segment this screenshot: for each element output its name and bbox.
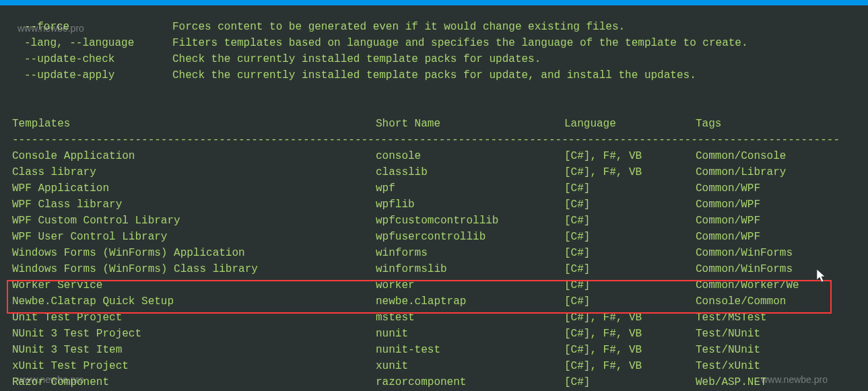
- cell-templates: NUnit 3 Test Item: [12, 342, 376, 358]
- table-row: Unit Test Projectmstest[C#], F#, VBTest/…: [12, 310, 856, 326]
- cell-lang: [C#]: [564, 197, 696, 213]
- cell-short: razorcomponent: [376, 374, 564, 390]
- table-row: Newbe.Clatrap Quick Setupnewbe.claptrap[…: [12, 293, 856, 310]
- option-description: Forces content to be generated even if i…: [172, 19, 856, 35]
- cell-lang: [C#]: [564, 277, 696, 293]
- table-row: WPF Class librarywpflib[C#]Common/WPF: [12, 197, 856, 213]
- option-description: Check the currently installed template p…: [172, 51, 856, 67]
- option-row: --update-applyCheck the currently instal…: [12, 67, 856, 83]
- option-flag: -lang, --language: [12, 35, 172, 51]
- cell-short: mstest: [376, 310, 564, 326]
- cell-lang: [C#]: [564, 245, 696, 261]
- cell-short: wpflib: [376, 197, 564, 213]
- cell-short: newbe.claptrap: [376, 293, 564, 310]
- cell-short: winforms: [376, 245, 564, 261]
- header-language: Language: [564, 116, 696, 132]
- cell-templates: Newbe.Clatrap Quick Setup: [12, 293, 376, 310]
- cell-lang: [C#], F#, VB: [564, 342, 696, 358]
- table-row: xUnit Test Projectxunit[C#], F#, VBTest/…: [12, 358, 856, 374]
- cell-templates: Windows Forms (WinForms) Application: [12, 245, 376, 261]
- cell-lang: [C#]: [564, 229, 696, 245]
- cell-tags: Common/WinForms: [696, 261, 856, 277]
- option-flag: --force: [12, 19, 172, 35]
- cell-short: nunit-test: [376, 342, 564, 358]
- table-row: Console Applicationconsole[C#], F#, VBCo…: [12, 148, 856, 164]
- cell-tags: Test/MSTest: [696, 310, 856, 326]
- cell-short: worker: [376, 277, 564, 293]
- cell-tags: Common/Worker/We: [696, 277, 856, 293]
- header-templates: Templates: [12, 116, 376, 132]
- cell-short: winformslib: [376, 261, 564, 277]
- option-flag: --update-apply: [12, 67, 172, 83]
- cell-tags: Common/WinForms: [696, 245, 856, 261]
- cell-lang: [C#]: [564, 374, 696, 390]
- table-header: Templates Short Name Language Tags: [12, 116, 856, 132]
- cell-tags: Common/WPF: [696, 213, 856, 229]
- table-row: NUnit 3 Test Projectnunit[C#], F#, VBTes…: [12, 326, 856, 342]
- separator: ----------------------------------------…: [12, 132, 856, 148]
- terminal-output: --forceForces content to be generated ev…: [0, 5, 868, 391]
- cell-templates: NUnit 3 Test Project: [12, 326, 376, 342]
- cell-short: classlib: [376, 164, 564, 180]
- table-row: Windows Forms (WinForms) Class librarywi…: [12, 261, 856, 277]
- cell-lang: [C#], F#, VB: [564, 326, 696, 342]
- options-block: --forceForces content to be generated ev…: [12, 19, 856, 83]
- template-rows: Console Applicationconsole[C#], F#, VBCo…: [12, 148, 856, 391]
- cell-templates: Console Application: [12, 148, 376, 164]
- table-row: WPF Custom Control Librarywpfcustomcontr…: [12, 213, 856, 229]
- cell-lang: [C#]: [564, 293, 696, 310]
- cell-lang: [C#]: [564, 261, 696, 277]
- cell-templates: WPF User Control Library: [12, 229, 376, 245]
- cell-templates: Unit Test Project: [12, 310, 376, 326]
- cell-templates: WPF Class library: [12, 197, 376, 213]
- option-description: Filters templates based on language and …: [172, 35, 856, 51]
- cell-lang: [C#], F#, VB: [564, 148, 696, 164]
- option-row: --forceForces content to be generated ev…: [12, 19, 856, 35]
- table-row: Class libraryclasslib[C#], F#, VBCommon/…: [12, 164, 856, 180]
- title-bar: [0, 0, 868, 5]
- option-description: Check the currently installed template p…: [172, 67, 856, 83]
- cell-short: wpfcustomcontrollib: [376, 213, 564, 229]
- cell-short: xunit: [376, 358, 564, 374]
- cell-lang: [C#], F#, VB: [564, 164, 696, 180]
- cell-templates: Windows Forms (WinForms) Class library: [12, 261, 376, 277]
- cell-templates: Class library: [12, 164, 376, 180]
- cell-lang: [C#], F#, VB: [564, 310, 696, 326]
- cell-templates: Razor Component: [12, 374, 376, 390]
- cell-short: wpfusercontrollib: [376, 229, 564, 245]
- cell-templates: WPF Application: [12, 180, 376, 197]
- cell-templates: xUnit Test Project: [12, 358, 376, 374]
- table-row: NUnit 3 Test Itemnunit-test[C#], F#, VBT…: [12, 342, 856, 358]
- cell-short: nunit: [376, 326, 564, 342]
- cell-tags: Common/Library: [696, 164, 856, 180]
- cell-lang: [C#]: [564, 213, 696, 229]
- table-row: Windows Forms (WinForms) Applicationwinf…: [12, 245, 856, 261]
- cell-tags: Test/NUnit: [696, 342, 856, 358]
- cell-short: wpf: [376, 180, 564, 197]
- table-row: Razor Componentrazorcomponent[C#]Web/ASP…: [12, 374, 856, 390]
- cell-short: console: [376, 148, 564, 164]
- cell-lang: [C#], F#, VB: [564, 358, 696, 374]
- option-row: --update-checkCheck the currently instal…: [12, 51, 856, 67]
- option-flag: --update-check: [12, 51, 172, 67]
- table-row: WPF User Control Librarywpfusercontrolli…: [12, 229, 856, 245]
- cell-templates: Worker Service: [12, 277, 376, 293]
- table-row: WPF Applicationwpf[C#]Common/WPF: [12, 180, 856, 197]
- option-row: -lang, --languageFilters templates based…: [12, 35, 856, 51]
- cell-tags: Console/Common: [696, 293, 856, 310]
- table-row: Worker Serviceworker[C#]Common/Worker/We: [12, 277, 856, 293]
- cell-tags: Web/ASP.NET: [696, 374, 856, 390]
- cell-templates: WPF Custom Control Library: [12, 213, 376, 229]
- cell-lang: [C#]: [564, 180, 696, 197]
- header-tags: Tags: [696, 116, 856, 132]
- cell-tags: Common/WPF: [696, 180, 856, 197]
- cell-tags: Test/xUnit: [696, 358, 856, 374]
- cell-tags: Common/WPF: [696, 197, 856, 213]
- cell-tags: Test/NUnit: [696, 326, 856, 342]
- cell-tags: Common/WPF: [696, 229, 856, 245]
- cell-tags: Common/Console: [696, 148, 856, 164]
- header-short: Short Name: [376, 116, 564, 132]
- spacer: [12, 83, 856, 116]
